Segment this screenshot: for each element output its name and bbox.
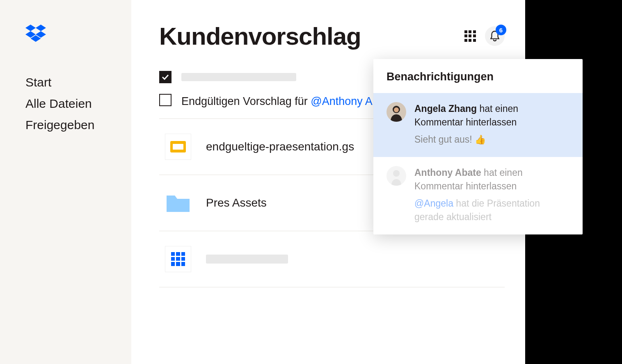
- notification-comment: Sieht gut aus! 👍: [414, 133, 569, 146]
- notification-body: Anthony Abate hat einen Kommentar hinter…: [414, 166, 569, 224]
- notification-item[interactable]: Angela Zhang hat einen Kommentar hinterl…: [373, 93, 583, 157]
- avatar: [386, 102, 406, 122]
- notification-item[interactable]: Anthony Abate hat einen Kommentar hinter…: [373, 157, 583, 234]
- notification-comment: @Angela hat die Präsentation gerade aktu…: [414, 197, 569, 224]
- avatar: [386, 166, 406, 186]
- apps-grid-icon[interactable]: [464, 30, 476, 42]
- grid-doc-icon: [165, 246, 191, 272]
- notification-body: Angela Zhang hat einen Kommentar hinterl…: [414, 102, 569, 146]
- folder-icon: [165, 190, 191, 216]
- file-row[interactable]: [159, 231, 505, 287]
- task-checkbox[interactable]: [159, 94, 172, 106]
- file-name-placeholder: [206, 255, 288, 264]
- notifications-button[interactable]: 6: [485, 26, 505, 46]
- notification-user-name: Anthony Abate: [414, 167, 481, 178]
- user-mention[interactable]: @Angela: [414, 198, 453, 209]
- notification-badge: 6: [496, 25, 506, 35]
- thumbs-up-emoji: 👍: [475, 134, 486, 145]
- task-checkbox[interactable]: [159, 71, 172, 83]
- notifications-panel: Benachrichtigungen Angela Zhang hat eine…: [373, 59, 583, 234]
- notification-user-name: Angela Zhang: [414, 103, 477, 114]
- file-name: endgueltige-praesentation.gs: [206, 140, 354, 153]
- task-text-placeholder: [181, 73, 296, 81]
- page-header: Kundenvorschlag 6: [159, 22, 505, 50]
- sidebar-item-start[interactable]: Start: [25, 75, 131, 89]
- sidebar-item-shared[interactable]: Freigegeben: [25, 118, 131, 132]
- user-mention[interactable]: @Anthony A: [311, 95, 372, 107]
- sidebar: Start Alle Dateien Freigegeben: [0, 0, 131, 364]
- file-name: Pres Assets: [206, 196, 267, 209]
- sidebar-item-all-files[interactable]: Alle Dateien: [25, 97, 131, 111]
- slides-file-icon: [165, 134, 191, 160]
- svg-marker-1: [36, 25, 46, 31]
- notifications-title: Benachrichtigungen: [373, 59, 583, 93]
- svg-point-7: [393, 170, 400, 177]
- header-actions: 6: [464, 22, 505, 46]
- svg-point-6: [394, 107, 399, 112]
- page-title: Kundenvorschlag: [159, 22, 361, 50]
- dropbox-logo-icon[interactable]: [25, 25, 131, 44]
- svg-marker-0: [25, 25, 36, 31]
